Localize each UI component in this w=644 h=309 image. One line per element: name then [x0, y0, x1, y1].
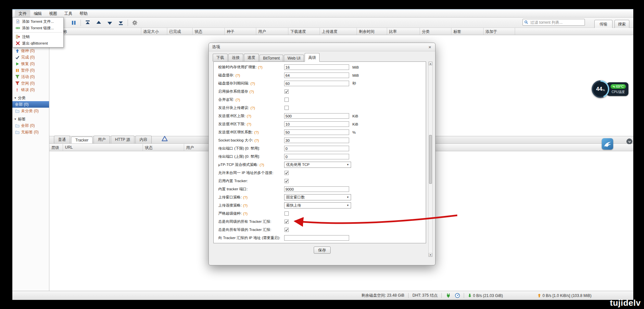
menu-item-logout[interactable]: 注销 — [13, 34, 63, 40]
tracker-column-status[interactable]: 状态 — [143, 144, 184, 151]
help-link[interactable]: (?) — [259, 163, 264, 167]
collapse-panel-button[interactable] — [626, 139, 632, 144]
option-input-8[interactable] — [284, 129, 349, 135]
help-link[interactable]: (?) — [254, 139, 259, 142]
menubar-item-tools[interactable]: 工具 — [61, 10, 76, 18]
column-header-done[interactable]: 已完成 — [167, 28, 193, 35]
column-header-ratio[interactable]: 比率 — [387, 28, 420, 35]
option-checkbox-18[interactable] — [284, 211, 289, 216]
save-button[interactable]: 保存 — [314, 247, 331, 254]
detail-tab-trackers[interactable]: Tracker — [71, 137, 93, 143]
options-tab-downloads[interactable]: 下载 — [213, 54, 228, 61]
sidebar-filter-resumed[interactable]: 恢复 (0) — [12, 60, 49, 67]
option-checkbox-3[interactable] — [284, 89, 289, 94]
help-link[interactable]: (?) — [249, 90, 254, 94]
sidebar-category-all[interactable]: 全部 (0) — [12, 101, 49, 108]
option-input-7[interactable] — [284, 121, 349, 127]
help-link[interactable]: (?) — [250, 82, 255, 86]
dialog-scrollbar[interactable]: ▲ ▼ — [428, 61, 433, 257]
thunder-extension-icon[interactable] — [602, 138, 613, 150]
option-input-0[interactable] — [284, 64, 349, 70]
option-input-15[interactable] — [284, 186, 349, 192]
move-top-button[interactable] — [84, 19, 91, 26]
options-tab-bittorrent[interactable]: BitTorrent — [259, 55, 283, 61]
tracker-column-tier[interactable]: 层级 — [49, 144, 63, 151]
detail-tab-peers[interactable]: 用户 — [94, 136, 110, 143]
option-checkbox-13[interactable] — [284, 171, 289, 175]
tracker-column-url[interactable]: URL — [63, 144, 143, 151]
help-link[interactable]: (?) — [235, 98, 240, 102]
column-header-down-speed[interactable]: 下载速度 — [288, 28, 320, 35]
detail-tab-http-sources[interactable]: HTTP 源 — [111, 136, 134, 143]
option-input-10[interactable] — [284, 146, 349, 151]
tab-transfers[interactable]: 传输 — [594, 20, 612, 28]
move-down-button[interactable] — [106, 19, 113, 26]
help-link[interactable]: (?) — [247, 114, 251, 118]
sidebar-filter-inactive[interactable]: 空闲 (0) — [12, 80, 49, 87]
tab-search[interactable]: 搜索 — [614, 20, 629, 28]
option-input-11[interactable] — [284, 154, 349, 159]
option-input-9[interactable] — [284, 138, 349, 143]
speed-limits-icon[interactable] — [455, 293, 460, 298]
option-checkbox-14[interactable] — [284, 179, 289, 183]
menubar-item-edit[interactable]: 编辑 — [30, 10, 45, 18]
option-checkbox-20[interactable] — [284, 228, 289, 232]
help-link[interactable]: (?) — [258, 65, 262, 69]
column-header-size[interactable]: 选定大小 — [141, 28, 167, 35]
help-link[interactable]: (?) — [235, 74, 240, 77]
help-link[interactable]: (?) — [243, 195, 247, 199]
option-input-6[interactable] — [284, 113, 349, 119]
menubar-item-file[interactable]: 文件 — [15, 10, 30, 18]
help-link[interactable]: (?) — [243, 204, 247, 208]
sidebar-tag-untagged[interactable]: 无标签 (0) — [12, 129, 49, 135]
tags-header[interactable]: ▼标签 — [12, 116, 49, 122]
scrollbar-thumb[interactable] — [429, 135, 432, 184]
settings-button[interactable] — [131, 19, 138, 26]
sidebar-category-uncategorized[interactable]: 未分类 (0) — [12, 108, 49, 114]
move-up-button[interactable] — [95, 19, 102, 26]
sidebar-filter-seeding[interactable]: 做种 (0) — [12, 47, 49, 54]
option-checkbox-19[interactable] — [284, 220, 289, 224]
option-select-16[interactable]: 固定窗口数▼ — [284, 194, 351, 200]
option-input-2[interactable] — [284, 81, 349, 86]
dialog-close-button[interactable]: × — [428, 45, 432, 49]
torrent-filter-input[interactable] — [530, 20, 583, 25]
option-checkbox-5[interactable] — [284, 106, 289, 110]
option-select-12[interactable]: 优先使用 TCP▼ — [284, 162, 351, 168]
column-header-eta[interactable]: 剩余时间 — [357, 28, 387, 35]
help-link[interactable]: (?) — [254, 130, 259, 134]
column-header-category[interactable]: 分类 — [420, 28, 451, 35]
column-header-peers[interactable]: 用户 — [256, 28, 288, 35]
column-header-seeds[interactable]: 种子 — [225, 28, 256, 35]
categories-header[interactable]: ▼分类 — [12, 95, 49, 101]
option-select-17[interactable]: 最快上传▼ — [284, 202, 351, 208]
option-input-21[interactable] — [284, 235, 349, 241]
menu-item-add-torrent-link[interactable]: 添加 Torrent 链接... — [13, 25, 63, 31]
options-tab-webui[interactable]: Web UI — [284, 55, 304, 61]
menubar-item-help[interactable]: 帮助 — [76, 10, 91, 18]
pause-button[interactable] — [70, 19, 77, 26]
help-link[interactable]: (?) — [247, 122, 251, 126]
sidebar-filter-errored[interactable]: !错误 (0) — [12, 87, 49, 93]
column-header-up-speed[interactable]: 上传速度 — [320, 28, 357, 35]
option-checkbox-4[interactable] — [284, 98, 289, 102]
column-header-status[interactable]: 状态 — [193, 28, 225, 35]
options-tab-advanced[interactable]: 高级 — [305, 53, 320, 62]
move-bottom-button[interactable] — [117, 19, 124, 26]
menubar-item-view[interactable]: 视图 — [45, 10, 61, 18]
detail-tab-general[interactable]: 普通 — [54, 136, 70, 143]
option-input-1[interactable] — [284, 73, 349, 78]
sidebar-filter-active[interactable]: 活动 (0) — [12, 74, 49, 80]
options-tab-speed[interactable]: 速度 — [244, 54, 259, 61]
help-link[interactable]: (?) — [243, 212, 247, 216]
menu-item-add-torrent-file[interactable]: 添加 Torrent 文件... — [13, 18, 63, 25]
menu-item-exit[interactable]: 退出 qBittorrent — [13, 40, 63, 47]
detail-tab-content[interactable]: 内容 — [135, 136, 152, 143]
column-header-tags[interactable]: 标签 — [451, 28, 484, 35]
scroll-down-arrow-icon[interactable]: ▼ — [429, 253, 432, 257]
help-link[interactable]: (?) — [250, 106, 255, 110]
sidebar-tag-all[interactable]: 全部 (0) — [12, 122, 49, 129]
options-tab-connection[interactable]: 连接 — [228, 54, 243, 61]
column-header-added-on[interactable]: 添加于 — [484, 28, 515, 35]
sidebar-filter-completed[interactable]: 完成 (0) — [12, 54, 49, 60]
